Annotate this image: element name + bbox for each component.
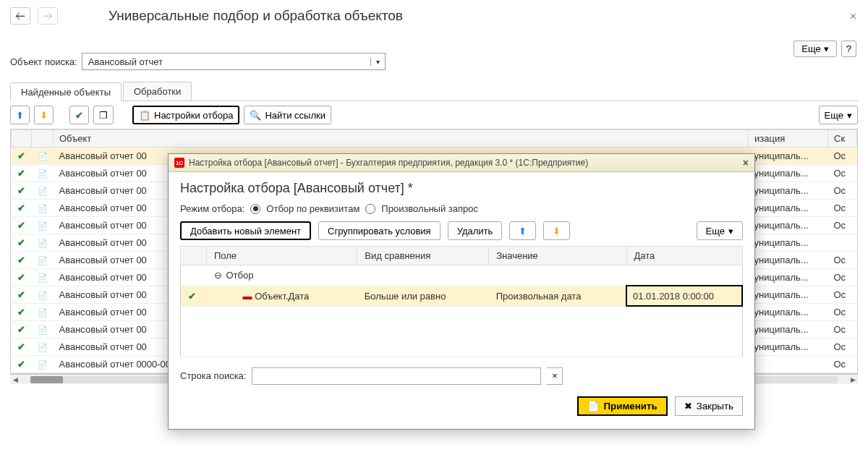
row-check-icon[interactable]: ✔ (17, 307, 25, 318)
document-icon: 📄 (38, 343, 48, 351)
column-object[interactable]: Объект (54, 130, 749, 148)
help-button[interactable]: ? (841, 41, 856, 57)
scroll-left-icon[interactable]: ◀ (10, 376, 20, 383)
mode-label: Режим отбора: (180, 203, 244, 214)
column-warehouse[interactable]: Ск (828, 130, 857, 148)
nav-forward-button[interactable]: 🡢 (38, 7, 58, 25)
close-button[interactable]: ✖Закрыть (675, 396, 743, 416)
row-check-icon[interactable]: ✔ (17, 272, 25, 283)
dialog-heading: Настройка отбора [Авансовый отчет] * (180, 181, 743, 196)
column-value[interactable]: Значение (489, 247, 626, 265)
find-links-button[interactable]: 🔍Найти ссылки (244, 106, 331, 124)
filter-field-value: Объект.Дата (255, 291, 309, 302)
group-conditions-button[interactable]: Сгруппировать условия (318, 221, 441, 240)
document-icon: 📄 (38, 273, 48, 282)
move-down-button[interactable]: ⬇ (543, 221, 570, 240)
document-icon: 📄 (38, 325, 48, 334)
document-icon: 📄 (38, 152, 48, 161)
check-all-button[interactable]: ✔ (69, 106, 89, 124)
row-check-icon[interactable]: ✔ (17, 359, 25, 370)
tab-processing[interactable]: Обработки (123, 82, 192, 101)
dialog-titlebar[interactable]: 1C Настройка отбора [Авансовый отчет] - … (169, 154, 754, 172)
filter-settings-button[interactable]: 📋Настройки отбора (132, 106, 239, 124)
row-check-icon[interactable]: ✔ (17, 220, 25, 231)
close-icon: ✖ (684, 401, 692, 412)
add-element-button[interactable]: Добавить новый элемент (180, 221, 311, 240)
dialog-close-button[interactable]: × (743, 157, 749, 169)
row-check-icon[interactable]: ✔ (188, 291, 196, 302)
filter-conditions-table: Поле Вид сравнения Значение Дата ⊖Отбор … (180, 246, 743, 357)
move-up-button[interactable]: ⬆ (10, 106, 30, 124)
app-1c-icon: 1C (174, 158, 184, 168)
filter-settings-dialog: 1C Настройка отбора [Авансовый отчет] - … (168, 153, 755, 430)
radio-by-requisites[interactable] (250, 204, 260, 214)
row-check-icon[interactable]: ✔ (17, 168, 25, 179)
apply-icon: 📄 (587, 401, 600, 412)
radio-custom-query[interactable] (365, 204, 375, 214)
column-comparison[interactable]: Вид сравнения (357, 247, 489, 265)
document-icon: 📄 (38, 256, 48, 265)
search-line-label: Строка поиска: (180, 370, 246, 381)
dialog-title-text: Настройка отбора [Авансовый отчет] - Бух… (189, 158, 588, 168)
row-check-icon[interactable]: ✔ (17, 185, 25, 196)
filter-date-input[interactable]: 01.01.2018 0:00:00 (626, 286, 742, 306)
move-down-button[interactable]: ⬇ (34, 106, 54, 124)
search-input[interactable] (252, 367, 541, 385)
object-search-label: Объект поиска: (10, 56, 77, 67)
clear-search-button[interactable]: × (547, 367, 563, 385)
filter-comparison-value: Больше или равно (357, 286, 489, 306)
arrow-up-icon: ⬆ (519, 226, 527, 236)
filter-value: Произвольная дата (489, 286, 626, 306)
more-button[interactable]: Еще ▾ (793, 41, 836, 57)
copy-icon: ❐ (99, 110, 108, 121)
apply-button[interactable]: 📄Применить (577, 396, 668, 416)
arrow-up-icon: ⬆ (16, 110, 24, 121)
document-icon: 📄 (38, 360, 48, 369)
move-up-button[interactable]: ⬆ (509, 221, 536, 240)
filter-row[interactable]: ✔ ▬ Объект.Дата Больше или равно Произво… (181, 286, 743, 306)
object-search-dropdown[interactable]: Авансовый отчет ▾ (82, 53, 386, 70)
close-icon[interactable]: × (850, 10, 856, 23)
filter-group-row[interactable]: ⊖Отбор (181, 265, 743, 286)
check-icon: ✔ (75, 110, 83, 121)
nav-back-button[interactable]: 🡠 (10, 7, 30, 25)
row-check-icon[interactable]: ✔ (17, 289, 25, 300)
chevron-down-icon: ▾ (728, 226, 733, 236)
arrow-down-icon: ⬇ (40, 110, 48, 121)
document-icon: 📄 (38, 291, 48, 299)
scroll-thumb[interactable] (30, 376, 63, 383)
column-org[interactable]: изация (749, 130, 828, 148)
document-icon: 📄 (38, 204, 48, 213)
object-search-value: Авансовый отчет (82, 56, 370, 67)
minus-icon: ▬ (243, 291, 252, 302)
collapse-icon[interactable]: ⊖ (214, 270, 222, 281)
row-check-icon[interactable]: ✔ (17, 150, 25, 161)
page-title: Универсальные подбор и обработка объекто… (109, 8, 403, 24)
document-icon: 📄 (38, 187, 48, 195)
document-icon: 📄 (38, 221, 48, 230)
row-check-icon[interactable]: ✔ (17, 324, 25, 335)
toolbar-more-button[interactable]: Еще ▾ (819, 106, 858, 124)
row-check-icon[interactable]: ✔ (17, 255, 25, 265)
copy-button[interactable]: ❐ (93, 106, 114, 124)
scroll-right-icon[interactable]: ▶ (848, 376, 858, 383)
filter-icon: 📋 (139, 110, 150, 121)
document-icon: 📄 (38, 239, 48, 247)
row-check-icon[interactable]: ✔ (17, 203, 25, 213)
delete-button[interactable]: Удалить (448, 221, 503, 240)
search-icon: 🔍 (250, 110, 261, 121)
row-check-icon[interactable]: ✔ (17, 237, 25, 248)
tab-found-objects[interactable]: Найденные объекты (10, 82, 122, 101)
document-icon: 📄 (38, 169, 48, 178)
dialog-more-button[interactable]: Еще ▾ (697, 221, 743, 240)
column-field[interactable]: Поле (207, 247, 357, 265)
column-date[interactable]: Дата (626, 247, 742, 265)
arrow-down-icon: ⬇ (553, 226, 561, 236)
chevron-down-icon: ▾ (847, 110, 852, 121)
chevron-down-icon: ▾ (824, 43, 829, 54)
row-check-icon[interactable]: ✔ (17, 341, 25, 352)
chevron-down-icon[interactable]: ▾ (370, 58, 385, 66)
document-icon: 📄 (38, 308, 48, 317)
